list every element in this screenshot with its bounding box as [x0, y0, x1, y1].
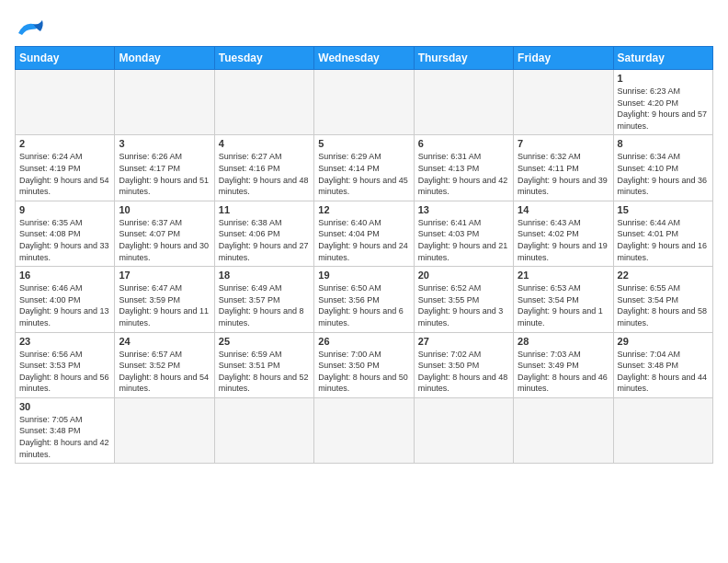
day-cell: [214, 70, 313, 135]
day-cell: 6Sunrise: 6:31 AM Sunset: 4:13 PM Daylig…: [414, 135, 513, 201]
day-info: Sunrise: 6:52 AM Sunset: 3:55 PM Dayligh…: [418, 282, 509, 328]
day-info: Sunrise: 7:03 AM Sunset: 3:49 PM Dayligh…: [518, 349, 609, 395]
day-info: Sunrise: 6:44 AM Sunset: 4:01 PM Dayligh…: [618, 217, 709, 263]
day-number: 19: [318, 270, 409, 281]
week-row-4: 23Sunrise: 6:56 AM Sunset: 3:53 PM Dayli…: [16, 332, 713, 397]
day-number: 5: [318, 138, 409, 149]
day-cell: 24Sunrise: 6:57 AM Sunset: 3:52 PM Dayli…: [115, 332, 214, 397]
day-cell: 13Sunrise: 6:41 AM Sunset: 4:03 PM Dayli…: [414, 201, 513, 266]
day-info: Sunrise: 6:55 AM Sunset: 3:54 PM Dayligh…: [618, 282, 709, 328]
weekday-header-saturday: Saturday: [613, 47, 712, 70]
day-info: Sunrise: 6:27 AM Sunset: 4:16 PM Dayligh…: [219, 151, 310, 197]
day-info: Sunrise: 6:40 AM Sunset: 4:04 PM Dayligh…: [318, 217, 409, 263]
day-cell: 8Sunrise: 6:34 AM Sunset: 4:10 PM Daylig…: [613, 135, 712, 201]
day-cell: 1Sunrise: 6:23 AM Sunset: 4:20 PM Daylig…: [613, 70, 712, 135]
day-number: 4: [219, 138, 310, 149]
day-number: 12: [318, 204, 409, 215]
day-cell: 18Sunrise: 6:49 AM Sunset: 3:57 PM Dayli…: [214, 267, 313, 332]
day-cell: [314, 70, 414, 135]
day-number: 8: [618, 138, 709, 149]
day-info: Sunrise: 6:53 AM Sunset: 3:54 PM Dayligh…: [518, 282, 609, 328]
day-number: 7: [518, 138, 609, 149]
day-number: 29: [618, 336, 709, 347]
day-number: 18: [219, 270, 310, 281]
weekday-header-tuesday: Tuesday: [214, 47, 313, 70]
day-cell: 12Sunrise: 6:40 AM Sunset: 4:04 PM Dayli…: [314, 201, 414, 266]
day-cell: 7Sunrise: 6:32 AM Sunset: 4:11 PM Daylig…: [514, 135, 613, 201]
week-row-5: 30Sunrise: 7:05 AM Sunset: 3:48 PM Dayli…: [16, 397, 713, 463]
day-cell: [115, 397, 214, 463]
day-cell: 30Sunrise: 7:05 AM Sunset: 3:48 PM Dayli…: [16, 397, 115, 463]
day-info: Sunrise: 6:35 AM Sunset: 4:08 PM Dayligh…: [19, 217, 110, 263]
day-cell: 20Sunrise: 6:52 AM Sunset: 3:55 PM Dayli…: [414, 267, 513, 332]
day-number: 16: [19, 270, 110, 281]
day-cell: 11Sunrise: 6:38 AM Sunset: 4:06 PM Dayli…: [214, 201, 313, 266]
day-info: Sunrise: 6:23 AM Sunset: 4:20 PM Dayligh…: [618, 86, 709, 132]
logo-bird-icon: [15, 17, 48, 37]
day-number: 17: [119, 270, 210, 281]
day-info: Sunrise: 6:56 AM Sunset: 3:53 PM Dayligh…: [19, 349, 110, 395]
day-number: 13: [418, 204, 509, 215]
day-cell: 9Sunrise: 6:35 AM Sunset: 4:08 PM Daylig…: [16, 201, 115, 266]
day-number: 3: [119, 138, 210, 149]
day-number: 27: [418, 336, 509, 347]
day-info: Sunrise: 6:41 AM Sunset: 4:03 PM Dayligh…: [418, 217, 509, 263]
logo: [15, 15, 48, 37]
day-cell: 19Sunrise: 6:50 AM Sunset: 3:56 PM Dayli…: [314, 267, 414, 332]
day-number: 6: [418, 138, 509, 149]
day-cell: 14Sunrise: 6:43 AM Sunset: 4:02 PM Dayli…: [514, 201, 613, 266]
day-info: Sunrise: 6:57 AM Sunset: 3:52 PM Dayligh…: [119, 349, 210, 395]
day-cell: [314, 397, 414, 463]
day-number: 30: [19, 401, 110, 412]
week-row-0: 1Sunrise: 6:23 AM Sunset: 4:20 PM Daylig…: [16, 70, 713, 135]
day-info: Sunrise: 7:05 AM Sunset: 3:48 PM Dayligh…: [19, 414, 110, 460]
day-number: 15: [618, 204, 709, 215]
day-cell: 15Sunrise: 6:44 AM Sunset: 4:01 PM Dayli…: [613, 201, 712, 266]
day-number: 23: [19, 336, 110, 347]
weekday-header-thursday: Thursday: [414, 47, 513, 70]
day-info: Sunrise: 6:47 AM Sunset: 3:59 PM Dayligh…: [119, 282, 210, 328]
day-cell: [414, 70, 513, 135]
day-cell: [514, 70, 613, 135]
week-row-1: 2Sunrise: 6:24 AM Sunset: 4:19 PM Daylig…: [16, 135, 713, 201]
day-cell: 3Sunrise: 6:26 AM Sunset: 4:17 PM Daylig…: [115, 135, 214, 201]
day-info: Sunrise: 6:31 AM Sunset: 4:13 PM Dayligh…: [418, 151, 509, 197]
day-number: 22: [618, 270, 709, 281]
day-number: 10: [119, 204, 210, 215]
header: [15, 15, 713, 37]
day-number: 24: [119, 336, 210, 347]
day-info: Sunrise: 7:00 AM Sunset: 3:50 PM Dayligh…: [318, 349, 409, 395]
day-cell: 21Sunrise: 6:53 AM Sunset: 3:54 PM Dayli…: [514, 267, 613, 332]
weekday-header-row: SundayMondayTuesdayWednesdayThursdayFrid…: [16, 47, 713, 70]
day-cell: 26Sunrise: 7:00 AM Sunset: 3:50 PM Dayli…: [314, 332, 414, 397]
day-cell: [514, 397, 613, 463]
day-cell: [115, 70, 214, 135]
day-info: Sunrise: 7:04 AM Sunset: 3:48 PM Dayligh…: [618, 349, 709, 395]
day-number: 21: [518, 270, 609, 281]
day-info: Sunrise: 7:02 AM Sunset: 3:50 PM Dayligh…: [418, 349, 509, 395]
day-info: Sunrise: 6:46 AM Sunset: 4:00 PM Dayligh…: [19, 282, 110, 328]
weekday-header-monday: Monday: [115, 47, 214, 70]
day-info: Sunrise: 6:43 AM Sunset: 4:02 PM Dayligh…: [518, 217, 609, 263]
day-cell: 10Sunrise: 6:37 AM Sunset: 4:07 PM Dayli…: [115, 201, 214, 266]
day-info: Sunrise: 6:50 AM Sunset: 3:56 PM Dayligh…: [318, 282, 409, 328]
weekday-header-friday: Friday: [514, 47, 613, 70]
day-number: 25: [219, 336, 310, 347]
day-cell: 4Sunrise: 6:27 AM Sunset: 4:16 PM Daylig…: [214, 135, 313, 201]
day-number: 2: [19, 138, 110, 149]
day-cell: [414, 397, 513, 463]
day-cell: 5Sunrise: 6:29 AM Sunset: 4:14 PM Daylig…: [314, 135, 414, 201]
weekday-header-sunday: Sunday: [16, 47, 115, 70]
day-info: Sunrise: 6:26 AM Sunset: 4:17 PM Dayligh…: [119, 151, 210, 197]
day-number: 1: [618, 73, 709, 84]
day-info: Sunrise: 6:24 AM Sunset: 4:19 PM Dayligh…: [19, 151, 110, 197]
day-number: 26: [318, 336, 409, 347]
day-cell: 29Sunrise: 7:04 AM Sunset: 3:48 PM Dayli…: [613, 332, 712, 397]
day-cell: [214, 397, 313, 463]
day-cell: [16, 70, 115, 135]
day-cell: 22Sunrise: 6:55 AM Sunset: 3:54 PM Dayli…: [613, 267, 712, 332]
day-cell: 17Sunrise: 6:47 AM Sunset: 3:59 PM Dayli…: [115, 267, 214, 332]
week-row-2: 9Sunrise: 6:35 AM Sunset: 4:08 PM Daylig…: [16, 201, 713, 266]
weekday-header-wednesday: Wednesday: [314, 47, 414, 70]
day-cell: 27Sunrise: 7:02 AM Sunset: 3:50 PM Dayli…: [414, 332, 513, 397]
